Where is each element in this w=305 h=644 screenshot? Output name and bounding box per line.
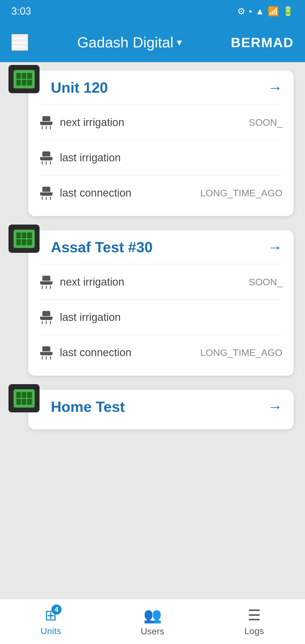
device-box-2 <box>8 384 40 412</box>
unit-card-title-1: Assaf Test #30 <box>51 239 152 256</box>
unit-card-divider-0-1 <box>40 140 282 140</box>
unit-card-0: Unit 120 → next irrigation <box>28 71 294 216</box>
status-time: 3:03 <box>11 5 31 17</box>
device-grid-2 <box>16 392 32 405</box>
unit-card-divider-1-0 <box>40 264 282 264</box>
unit-card-row-1-1: last irrigation <box>40 303 282 332</box>
menu-button[interactable] <box>11 34 28 51</box>
device-icon-0 <box>8 65 42 99</box>
logs-nav-label: Logs <box>244 626 264 636</box>
unit-card-navigate-1[interactable]: → <box>268 239 282 256</box>
last-irrigation-icon-1 <box>40 310 53 324</box>
next-irrigation-value-1: SOON_ <box>249 277 282 288</box>
users-icon: 👥 <box>143 607 162 624</box>
device-screen-1 <box>14 230 35 248</box>
header-title: Gadash Digital ▾ <box>77 34 182 51</box>
unit-card-wrapper-2: Home Test → <box>11 390 294 429</box>
dot-icon: • <box>249 6 252 17</box>
next-irrigation-icon-1 <box>40 275 53 289</box>
units-icon-wrapper: ⊞ 4 <box>45 607 57 624</box>
irrigation-symbol-0 <box>40 116 53 129</box>
hamburger-line-2 <box>12 42 26 43</box>
unit-card-navigate-0[interactable]: → <box>268 79 282 96</box>
next-irrigation-value-0: SOON_ <box>249 117 282 128</box>
unit-card-row-1-2: last connection LONG_TIME_AGO <box>40 338 282 367</box>
app-header: Gadash Digital ▾ BERMAD <box>0 23 305 62</box>
status-bar: 3:03 ⚙ • ▲ 📶 🔋 <box>0 0 305 23</box>
users-nav-label: Users <box>141 626 164 637</box>
last-connection-value-1: LONG_TIME_AGO <box>200 347 282 358</box>
battery-icon: 🔋 <box>282 6 294 17</box>
unit-card-header-1: Assaf Test #30 → <box>51 239 282 261</box>
last-connection-label-0: last connection <box>60 187 193 199</box>
device-grid-1 <box>16 232 32 245</box>
unit-card-divider-0-0 <box>40 105 282 105</box>
unit-card-row-1-0: next irrigation SOON_ <box>40 267 282 297</box>
unit-card-row-0-0: next irrigation SOON_ <box>40 108 282 137</box>
units-badge: 4 <box>51 604 62 615</box>
device-box-0 <box>8 65 40 93</box>
nav-item-units[interactable]: ⊞ 4 Units <box>0 607 102 636</box>
last-irrigation-label-0: last irrigation <box>60 152 276 164</box>
unit-card-title-2: Home Test <box>51 398 125 415</box>
wifi-icon: ▲ <box>255 6 264 17</box>
unit-card-divider-0-2 <box>40 175 282 175</box>
unit-card-1: Assaf Test #30 → next irri <box>28 230 294 376</box>
last-connection-icon-0 <box>40 186 53 200</box>
nav-item-users[interactable]: 👥 Users <box>102 607 203 637</box>
header-title-text: Gadash Digital <box>77 34 173 51</box>
last-irrigation-label-1: last irrigation <box>60 311 276 323</box>
nav-item-logs[interactable]: ☰ Logs <box>203 607 305 636</box>
signal-icon: 📶 <box>268 6 279 17</box>
dropdown-arrow-icon[interactable]: ▾ <box>177 36 182 48</box>
device-box-1 <box>8 225 40 253</box>
device-grid-0 <box>16 73 32 86</box>
status-icons: ⚙ • ▲ 📶 🔋 <box>237 6 294 17</box>
settings-icon: ⚙ <box>237 6 245 17</box>
device-icon-2 <box>8 384 42 418</box>
device-screen-2 <box>14 389 35 408</box>
logs-icon: ☰ <box>248 607 261 624</box>
unit-card-navigate-2[interactable]: → <box>268 398 282 415</box>
bottom-nav: ⊞ 4 Units 👥 Users ☰ Logs <box>0 599 305 644</box>
device-screen-0 <box>14 70 35 88</box>
unit-card-header-0: Unit 120 → <box>51 79 282 102</box>
last-connection-label-1: last connection <box>60 347 193 359</box>
unit-card-row-0-2: last connection LONG_TIME_AGO <box>40 178 282 208</box>
last-connection-icon-1 <box>40 346 53 359</box>
last-connection-value-0: LONG_TIME_AGO <box>200 188 282 199</box>
unit-card-title-0: Unit 120 <box>51 79 108 96</box>
last-irrigation-icon-0 <box>40 151 53 164</box>
units-nav-label: Units <box>41 626 61 636</box>
next-irrigation-icon-0 <box>40 116 53 129</box>
device-icon-1 <box>8 225 42 258</box>
unit-card-2: Home Test → <box>28 390 294 429</box>
hamburger-line-3 <box>12 46 26 47</box>
next-irrigation-label-0: next irrigation <box>60 116 242 129</box>
unit-card-header-2: Home Test → <box>51 398 282 421</box>
unit-card-divider-1-2 <box>40 335 282 335</box>
unit-card-wrapper-1: Assaf Test #30 → next irri <box>11 230 294 376</box>
unit-card-divider-1-1 <box>40 299 282 300</box>
unit-card-wrapper-0: Unit 120 → next irrigation <box>11 71 294 216</box>
unit-card-row-0-1: last irrigation <box>40 143 282 172</box>
content-area: Unit 120 → next irrigation <box>0 62 305 599</box>
header-logo: BERMAD <box>231 35 294 50</box>
next-irrigation-label-1: next irrigation <box>60 276 242 288</box>
hamburger-line-1 <box>12 38 26 39</box>
